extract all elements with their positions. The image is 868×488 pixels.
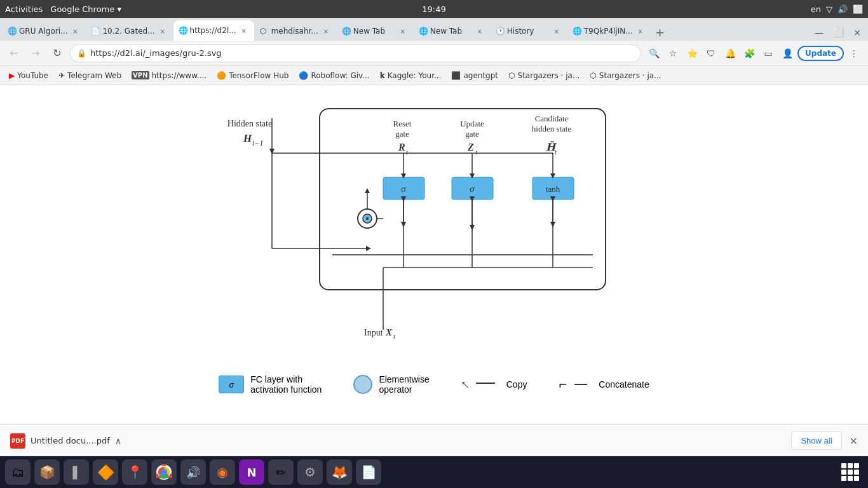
time-display: 19:49 — [422, 4, 445, 14]
tab-close-6[interactable]: × — [475, 26, 485, 36]
download-close-button[interactable]: × — [850, 435, 858, 447]
audio-icon: 🔊 — [186, 466, 200, 479]
bookmark-telegram[interactable]: ✈ Telegram Web — [55, 70, 125, 81]
taskbar-maps[interactable]: 📍 — [122, 459, 147, 485]
github1-favicon: ⬡ — [508, 71, 515, 80]
input-label: Input — [364, 328, 383, 337]
new-tab-button[interactable]: + — [651, 23, 669, 41]
tab-mehdisahr[interactable]: ⬡ mehdisahr... × — [255, 22, 336, 41]
taskbar-vlc[interactable]: 🔶 — [93, 459, 118, 485]
legend-elementwise: Elementwise operator — [353, 374, 429, 395]
editor-icon: ✏ — [276, 466, 285, 479]
jupyter-icon: ◉ — [217, 464, 227, 480]
tab-close-1[interactable]: × — [70, 26, 80, 36]
sigma-label-reset: σ — [401, 184, 406, 194]
bookmarks-bar: ▶ YouTube ✈ Telegram Web VPN https://www… — [0, 66, 868, 85]
browser-chevron[interactable]: ▾ — [117, 4, 121, 14]
taskbar-jupyter[interactable]: ◉ — [210, 459, 235, 485]
virtualbox-icon: 📦 — [39, 464, 55, 480]
youtube-label: YouTube — [17, 71, 48, 80]
taskbar-grid-view[interactable] — [837, 459, 863, 485]
tab-close-7[interactable]: × — [552, 26, 562, 36]
back-button[interactable]: ← — [5, 44, 23, 62]
bookmark-vpn[interactable]: VPN https://www.... — [128, 70, 210, 81]
taskbar-virtualbox[interactable]: 📦 — [34, 459, 60, 485]
tab-newtab-2[interactable]: 🌐 New Tab × — [414, 22, 490, 41]
taskbar-files[interactable]: 🗂 — [5, 459, 31, 485]
update-button[interactable]: Update — [797, 46, 844, 61]
lang-indicator[interactable]: en — [811, 4, 821, 14]
tab-favicon-3: 🌐 — [179, 26, 187, 35]
split-screen-icon[interactable]: ▭ — [759, 44, 777, 62]
chrome-icon — [156, 464, 172, 480]
activities-label[interactable]: Activities — [5, 4, 43, 14]
system-bar: Activities Google Chrome ▾ 19:49 en ▽ 🔊 … — [0, 0, 868, 18]
tab-history[interactable]: 🕐 History × — [491, 22, 567, 41]
tab-close-8[interactable]: × — [635, 26, 646, 36]
profile-icon[interactable]: 👤 — [778, 44, 796, 62]
main-content-area: Hidden state H t−1 Reset gate R t Update… — [0, 85, 868, 424]
taskbar-firefox[interactable]: 🦊 — [327, 459, 352, 485]
address-bar[interactable]: 🔒 https://d2l.ai/_images/gru-2.svg — [70, 44, 641, 62]
taskbar-onenote[interactable]: N — [239, 459, 264, 485]
show-all-button[interactable]: Show all — [791, 431, 841, 450]
bookmark-stargazers1[interactable]: ⬡ Stargazers · ja... — [505, 70, 583, 81]
tab-newtab-1[interactable]: 🌐 New Tab × — [337, 22, 413, 41]
tab-close-4[interactable]: × — [321, 26, 331, 36]
legend-fc-label: FC layer with activation function — [250, 374, 322, 395]
roboflow-label: Roboflow: Giv... — [311, 71, 369, 80]
bookmark-stargazers2[interactable]: ⬡ Stargazers · ja... — [586, 70, 665, 81]
search-icon[interactable]: 🔍 — [645, 44, 663, 62]
navigation-bar: ← → ↻ 🔒 https://d2l.ai/_images/gru-2.svg… — [0, 41, 868, 66]
reload-button[interactable]: ↻ — [48, 44, 66, 62]
tab-label-6: New Tab — [430, 27, 462, 36]
minimize-button[interactable]: — — [811, 24, 827, 41]
tab-favicon-5: 🌐 — [342, 27, 351, 36]
download-chevron-icon[interactable]: ∧ — [115, 436, 121, 446]
input-x: X — [385, 327, 393, 337]
svg-point-5 — [161, 469, 167, 475]
tf-label: TensorFlow Hub — [229, 71, 288, 80]
copy-arrow-icon: ↑ — [456, 376, 473, 393]
restore-button[interactable]: ⬜ — [830, 24, 846, 41]
tab-close-2[interactable]: × — [158, 26, 168, 36]
tab-favicon-8: 🌐 — [573, 27, 581, 36]
input-sub: t — [393, 332, 396, 340]
tab-close-5[interactable]: × — [398, 26, 408, 36]
notification-icon[interactable]: 🔔 — [721, 44, 739, 62]
diagram-container: Hidden state H t−1 Reset gate R t Update… — [186, 102, 682, 407]
taskbar-chrome[interactable] — [151, 459, 177, 485]
tab-d2l[interactable]: 🌐 https://d2l... × — [173, 20, 254, 41]
bookmark-tensorflow[interactable]: 🟠 TensorFlow Hub — [213, 70, 292, 81]
extensions-icon[interactable]: 🧩 — [740, 44, 758, 62]
taskbar-terminal[interactable]: ▋ — [64, 459, 89, 485]
shield-icon[interactable]: 🛡 — [702, 44, 720, 62]
taskbar-audio[interactable]: 🔊 — [180, 459, 206, 485]
tab-gru-algori[interactable]: 🌐 GRU Algori... × — [3, 22, 85, 41]
tab-close-3[interactable]: × — [239, 25, 249, 36]
close-button[interactable]: × — [849, 24, 865, 41]
taskbar-editor[interactable]: ✏ — [268, 459, 294, 485]
forward-button[interactable]: → — [27, 44, 44, 62]
taskbar-settings[interactable]: ⚙ — [297, 459, 323, 485]
update-gate-label: Update — [460, 119, 484, 128]
tab-controls: — ⬜ × — [811, 24, 865, 41]
tab-label-5: New Tab — [353, 27, 385, 36]
bookmark-youtube[interactable]: ▶ YouTube — [5, 70, 52, 81]
tab-gated[interactable]: 📄 10.2. Gated... × — [86, 22, 172, 41]
menu-icon[interactable]: ⋮ — [845, 44, 863, 62]
diagram-legend: σ FC layer with activation function Elem… — [186, 362, 682, 407]
tab-favicon-7: 🕐 — [496, 27, 505, 36]
terminal-icon: ▋ — [73, 466, 80, 479]
bookmark-star-icon[interactable]: ☆ — [664, 44, 682, 62]
bookmark-agentgpt[interactable]: ⬛ agentgpt — [447, 70, 502, 81]
legend-concatenate: ⌐ Concatenate — [559, 376, 649, 393]
kaggle-favicon: k — [380, 71, 385, 80]
reset-gate-math: R — [398, 142, 405, 152]
bookmark-roboflow[interactable]: 🔵 Roboflow: Giv... — [295, 70, 373, 81]
taskbar-libreoffice[interactable]: 📄 — [356, 459, 381, 485]
tab-t9qk[interactable]: 🌐 T9QkP4ljIN... × — [567, 22, 651, 41]
legend-elementwise-label: Elementwise operator — [379, 374, 429, 395]
bookmark-kaggle[interactable]: k Kaggle: Your... — [376, 70, 445, 81]
bookmark-icon[interactable]: ⭐ — [683, 44, 701, 62]
